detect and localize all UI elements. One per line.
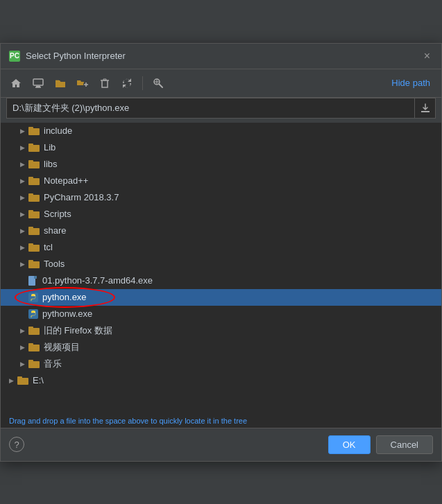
- tree-item-label: python.exe: [42, 292, 87, 302]
- footer-buttons: OK Cancel: [328, 435, 433, 454]
- tree-item-label: 音乐: [44, 358, 62, 370]
- toolbar-divider: [142, 76, 143, 90]
- svg-point-36: [32, 315, 33, 316]
- path-download-button[interactable]: [414, 98, 435, 118]
- file-tree-wrapper: ▶ include▶ Lib▶ libs▶ Notepad++▶ PyCharm…: [1, 123, 441, 414]
- svg-rect-17: [28, 178, 40, 185]
- tree-item-label: 视频项目: [44, 341, 80, 354]
- tree-item[interactable]: ▶ Tools: [1, 256, 441, 272]
- svg-rect-13: [28, 145, 40, 152]
- tree-item[interactable]: ▶ include: [1, 123, 441, 139]
- delete-button[interactable]: [95, 73, 114, 93]
- svg-point-35: [35, 312, 35, 313]
- svg-rect-25: [28, 245, 40, 252]
- svg-rect-39: [28, 345, 40, 351]
- desktop-button[interactable]: [28, 73, 48, 93]
- svg-rect-19: [28, 195, 40, 202]
- ok-button[interactable]: OK: [328, 435, 371, 454]
- svg-line-8: [160, 84, 163, 87]
- svg-rect-16: [28, 160, 33, 162]
- tree-item[interactable]: ▶ Lib: [1, 139, 441, 156]
- tree-item-label: share: [44, 225, 67, 236]
- tree-item-label: pythonw.exe: [42, 309, 92, 319]
- tree-item[interactable]: python.exe: [1, 289, 441, 306]
- tree-item-label: E:\: [33, 375, 44, 385]
- svg-point-32: [35, 295, 35, 296]
- tree-item[interactable]: ▶ Scripts: [1, 206, 441, 223]
- svg-rect-43: [17, 378, 28, 385]
- select-interpreter-dialog: PC Select Python Interpreter ×: [0, 43, 442, 462]
- svg-rect-37: [28, 328, 40, 335]
- tree-item-label: include: [44, 125, 72, 136]
- svg-rect-44: [17, 376, 22, 379]
- svg-rect-21: [28, 211, 40, 218]
- svg-rect-22: [28, 210, 33, 212]
- title-bar-left: PC Select Python Interpreter: [9, 51, 126, 62]
- svg-rect-42: [28, 360, 33, 362]
- svg-rect-23: [28, 228, 40, 235]
- tree-item-label: Notepad++: [44, 175, 88, 186]
- svg-rect-24: [28, 227, 33, 229]
- tree-item-label: 01.python-3.7.7-amd64.exe: [42, 275, 153, 286]
- toolbar-buttons: [6, 73, 168, 93]
- svg-rect-18: [28, 177, 33, 179]
- tree-item-label: 旧的 Firefox 数据: [44, 324, 112, 337]
- file-tree[interactable]: ▶ include▶ Lib▶ libs▶ Notepad++▶ PyCharm…: [1, 123, 441, 414]
- tree-item-label: Scripts: [44, 209, 71, 219]
- dialog-title: Select Python Interpreter: [26, 51, 126, 61]
- tree-item[interactable]: ▶ libs: [1, 156, 441, 173]
- svg-rect-28: [28, 260, 33, 262]
- svg-point-33: [32, 299, 33, 299]
- folder-button[interactable]: [51, 73, 70, 93]
- svg-rect-40: [28, 343, 33, 345]
- drag-hint: Drag and drop a file into the space abov…: [1, 414, 441, 428]
- tree-item[interactable]: ▶ E:\: [1, 372, 441, 389]
- cancel-button[interactable]: Cancel: [376, 435, 433, 454]
- svg-rect-38: [28, 327, 33, 329]
- svg-rect-14: [28, 144, 33, 146]
- tree-item[interactable]: ▶ tcl: [1, 239, 441, 256]
- title-bar: PC Select Python Interpreter ×: [1, 44, 441, 69]
- hide-path-button[interactable]: Hide path: [386, 75, 436, 91]
- refresh-button[interactable]: [117, 73, 137, 93]
- tree-item-label: Lib: [44, 142, 56, 153]
- tree-item-label: tcl: [44, 242, 53, 252]
- tree-item-label: Tools: [44, 259, 65, 269]
- svg-rect-12: [28, 127, 33, 129]
- footer: ? OK Cancel: [1, 428, 441, 461]
- path-input[interactable]: [7, 99, 414, 116]
- tree-item[interactable]: ▶ 视频项目: [1, 339, 441, 356]
- help-button[interactable]: ?: [9, 437, 24, 452]
- svg-rect-27: [28, 261, 40, 268]
- svg-rect-0: [33, 79, 43, 85]
- tree-item[interactable]: ▶ 旧的 Firefox 数据: [1, 322, 441, 339]
- svg-rect-26: [28, 243, 33, 245]
- close-button[interactable]: ×: [421, 49, 433, 63]
- new-folder-button[interactable]: [73, 73, 92, 93]
- home-button[interactable]: [6, 73, 26, 93]
- svg-rect-30: [34, 276, 37, 279]
- path-bar: [6, 98, 436, 119]
- toolbar: Hide path: [1, 69, 441, 98]
- tree-item[interactable]: ▶ share: [1, 223, 441, 239]
- svg-rect-20: [28, 193, 33, 195]
- tree-item[interactable]: pythonw.exe: [1, 306, 441, 322]
- app-icon: PC: [9, 51, 20, 62]
- tree-item[interactable]: 01.python-3.7.7-amd64.exe: [1, 272, 441, 289]
- find-button[interactable]: [148, 73, 168, 93]
- tree-item[interactable]: ▶ Notepad++: [1, 173, 441, 189]
- svg-rect-15: [28, 162, 40, 168]
- svg-rect-11: [28, 128, 40, 135]
- svg-rect-41: [28, 361, 40, 368]
- tree-item[interactable]: ▶ PyCharm 2018.3.7: [1, 189, 441, 206]
- tree-item-label: libs: [44, 159, 58, 169]
- tree-item[interactable]: ▶ 音乐: [1, 356, 441, 372]
- tree-item-label: PyCharm 2018.3.7: [44, 192, 119, 202]
